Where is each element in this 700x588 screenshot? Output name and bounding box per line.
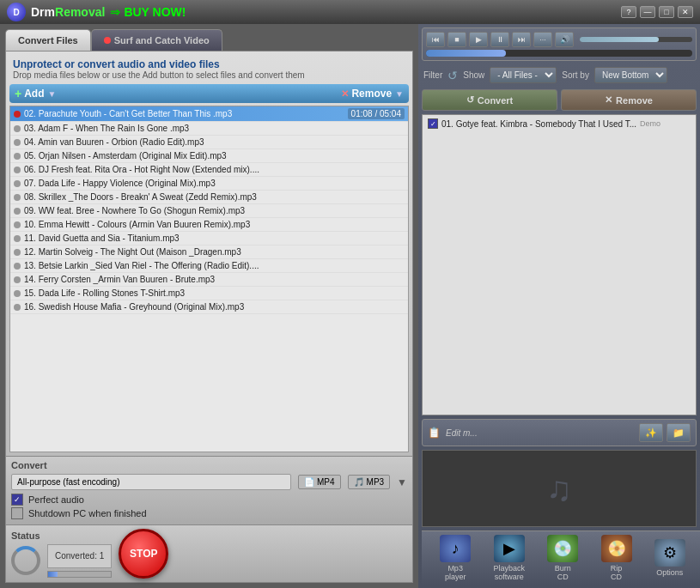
file-name: 11. David Guetta and Sia - Titanium.mp3: [24, 233, 405, 243]
file-toolbar: Add ▼ Remove ▼: [9, 84, 409, 103]
file-dot-icon: [14, 194, 21, 201]
player-pause-button[interactable]: ⏸: [490, 32, 509, 47]
shutdown-checkbox[interactable]: [11, 507, 23, 519]
file-dot-icon: [14, 180, 21, 187]
sort-select[interactable]: New Bottom: [594, 67, 667, 83]
action-row: ↺ Convert ✕ Remove: [422, 89, 697, 111]
preset-select[interactable]: All-purpose (fast encoding): [11, 474, 291, 490]
perfect-audio-label: Perfect audio: [28, 494, 84, 505]
player-more-button[interactable]: ···: [533, 32, 552, 47]
list-item[interactable]: 09. WW feat. Bree - Nowhere To Go (Shogu…: [10, 204, 408, 218]
app-title-green: Removal: [55, 5, 105, 19]
playback-software-icon: ▶: [494, 535, 525, 562]
file-dot-icon: [14, 221, 21, 228]
player-stop-button[interactable]: ■: [447, 32, 466, 47]
file-item-active[interactable]: 02. Parachute Youth - Can't Get Better T…: [10, 106, 408, 122]
add-button[interactable]: Add: [15, 87, 45, 100]
player-volume-icon: 🔊: [555, 32, 574, 47]
toolbar-right: Remove ▼: [341, 88, 404, 100]
file-panel-title: Unprotect or convert audio and video fil…: [13, 58, 405, 70]
mp3-player-label: Mp3player: [445, 564, 466, 581]
list-item[interactable]: 08. Skrillex _The Doors - Breakn' A Swea…: [10, 191, 408, 204]
app-logo: D: [7, 3, 26, 21]
progress-bar: [47, 571, 112, 578]
right-convert-button[interactable]: ↺ Convert: [422, 89, 557, 111]
rip-cd-button[interactable]: 📀 RipCD: [601, 535, 632, 581]
list-item[interactable]: 11. David Guetta and Sia - Titanium.mp3: [10, 232, 408, 246]
mp3-format-button[interactable]: 🎵 MP3: [348, 475, 391, 489]
player-progress-fill: [426, 50, 506, 57]
file-dot-icon: [14, 153, 21, 160]
file-panel-header: Unprotect or convert audio and video fil…: [9, 55, 409, 82]
list-item[interactable]: 03. Adam F - When The Rain Is Gone .mp3: [10, 122, 408, 136]
stop-button[interactable]: STOP: [119, 529, 168, 579]
mp3-player-button[interactable]: ♪ Mp3player: [440, 535, 471, 581]
format-arrow-icon[interactable]: ▼: [397, 476, 407, 488]
file-name: 13. Betsie Larkin _Sied Van Riel - The O…: [24, 261, 405, 270]
file-duration-0: 01:08 / 05:04: [348, 108, 405, 119]
list-item[interactable]: 12. Martin Solveig - The Night Out (Mais…: [10, 246, 408, 259]
file-dot-icon: [14, 167, 21, 173]
convert-section: Convert All-purpose (fast encoding) 📄 MP…: [5, 457, 413, 525]
file-dot-icon: [14, 304, 21, 311]
video-name: 01. Gotye feat. Kimbra - Somebody That I…: [441, 119, 636, 129]
edit-folder-button[interactable]: 📁: [667, 423, 691, 442]
list-item[interactable]: 05. Orjan Nilsen - Amsterdam (Original M…: [10, 149, 408, 163]
title-bar: D DrmRemoval BUY NOW! ? — □ ✕: [0, 0, 700, 24]
help-button[interactable]: ?: [621, 6, 636, 18]
playback-software-button[interactable]: ▶ Playbacksoftware: [493, 535, 525, 581]
minimize-button[interactable]: —: [640, 6, 655, 18]
right-convert-label: Convert: [478, 95, 514, 106]
status-inner: Converted: 1: [11, 544, 112, 578]
tab-surf-catch-label: Surf and Catch Video: [114, 35, 210, 45]
music-note-icon: ♫: [546, 470, 572, 508]
burn-cd-icon: 💿: [547, 535, 578, 562]
remove-arrow-icon[interactable]: ▼: [395, 89, 404, 99]
video-item[interactable]: ✓ 01. Gotye feat. Kimbra - Somebody That…: [423, 115, 696, 132]
file-dot-icon: [14, 290, 21, 297]
list-item[interactable]: 16. Swedish House Mafia - Greyhound (Ori…: [10, 300, 408, 314]
list-item[interactable]: 07. Dada Life - Happy Violence (Original…: [10, 177, 408, 191]
right-remove-button[interactable]: ✕ Remove: [561, 89, 697, 111]
maximize-button[interactable]: □: [659, 6, 674, 18]
volume-slider[interactable]: [580, 37, 692, 42]
buy-now-label[interactable]: BUY NOW!: [110, 5, 186, 19]
show-select[interactable]: - All Files -: [490, 67, 557, 83]
add-arrow-icon[interactable]: ▼: [48, 89, 57, 99]
player-progress-track[interactable]: [426, 50, 692, 57]
right-panel: ⏮ ■ ▶ ⏸ ⏭ ··· 🔊 Filter ↺ Show - All File…: [418, 24, 700, 588]
remove-button[interactable]: Remove: [341, 88, 392, 100]
file-panel-subtitle: Drop media files below or use the Add bu…: [13, 70, 405, 80]
file-name: 14. Ferry Corsten _Armin Van Buuren - Br…: [24, 275, 405, 284]
perfect-audio-checkbox[interactable]: [11, 494, 23, 506]
rip-cd-label: RipCD: [611, 564, 623, 581]
video-demo-label: Demo: [640, 119, 660, 128]
player-forward-button[interactable]: ⏭: [512, 32, 531, 47]
player-play-button[interactable]: ▶: [469, 32, 488, 47]
status-text: Converted: 1: [47, 544, 112, 568]
player-rewind-button[interactable]: ⏮: [426, 32, 445, 47]
list-item[interactable]: 14. Ferry Corsten _Armin Van Buuren - Br…: [10, 273, 408, 287]
rip-cd-icon: 📀: [601, 535, 632, 562]
list-item[interactable]: 15. Dada Life - Rolling Stones T-Shirt.m…: [10, 287, 408, 300]
list-item[interactable]: 06. DJ Fresh feat. Rita Ora - Hot Right …: [10, 163, 408, 177]
close-button[interactable]: ✕: [678, 6, 693, 18]
mp4-format-button[interactable]: 📄 MP4: [298, 475, 341, 489]
burn-cd-button[interactable]: 💿 BurnCD: [547, 535, 578, 581]
player-controls: ⏮ ■ ▶ ⏸ ⏭ ··· 🔊: [426, 32, 692, 47]
options-button[interactable]: ⚙ Options: [654, 539, 685, 577]
list-item[interactable]: 10. Emma Hewitt - Colours (Armin Van Buu…: [10, 218, 408, 232]
tab-surf-catch[interactable]: Surf and Catch Video: [91, 29, 222, 51]
options-label: Options: [656, 568, 683, 577]
list-item[interactable]: 13. Betsie Larkin _Sied Van Riel - The O…: [10, 259, 408, 273]
file-list[interactable]: 02. Parachute Youth - Can't Get Better T…: [9, 106, 409, 452]
file-dot-icon: [14, 263, 21, 270]
edit-star-button[interactable]: ✨: [639, 423, 663, 442]
video-list[interactable]: ✓ 01. Gotye feat. Kimbra - Somebody That…: [422, 114, 697, 415]
tab-convert-files-label: Convert Files: [18, 35, 78, 45]
list-item[interactable]: 04. Amin van Buuren - Orbion (Radio Edit…: [10, 136, 408, 149]
file-name: 09. WW feat. Bree - Nowhere To Go (Shogu…: [24, 206, 405, 215]
file-name: 07. Dada Life - Happy Violence (Original…: [24, 179, 405, 188]
status-section: Status Converted: 1 STOP: [5, 525, 413, 583]
tab-convert-files[interactable]: Convert Files: [5, 29, 91, 51]
